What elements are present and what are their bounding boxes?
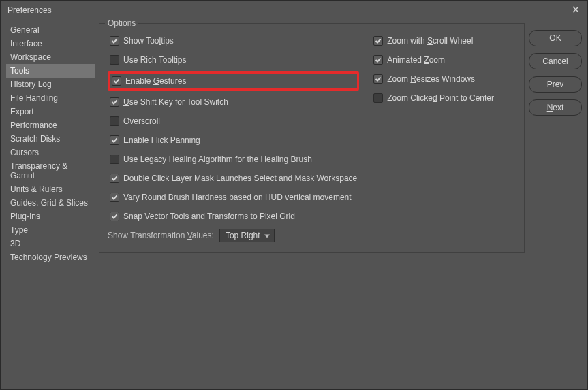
checkbox[interactable] <box>110 135 119 145</box>
sidebar-item-technology-previews[interactable]: Technology Previews <box>6 250 95 264</box>
checkbox[interactable] <box>110 55 119 65</box>
checkbox[interactable] <box>110 174 119 183</box>
sidebar-item-export[interactable]: Export <box>6 105 95 118</box>
sidebar-item-general[interactable]: General <box>6 23 95 37</box>
sidebar-item-transparency-gamut[interactable]: Transparency & Gamut <box>6 159 95 182</box>
options-columns: Show TooltipsUse Rich TooltipsEnable Ges… <box>108 33 516 224</box>
sidebar-item-plug-ins[interactable]: Plug-Ins <box>6 210 95 223</box>
checkbox[interactable] <box>110 155 119 164</box>
checkbox-label: Animated Zoom <box>387 54 445 66</box>
check-icon <box>111 99 118 105</box>
option-row[interactable]: Enable Flick Panning <box>108 133 359 148</box>
check-icon <box>111 175 118 182</box>
show-transform-values-row: Show Transformation Values: Top Right <box>108 229 275 242</box>
check-icon <box>111 137 118 144</box>
dialog-body: GeneralInterfaceWorkspaceToolsHistory Lo… <box>1 19 587 389</box>
option-row[interactable]: Zoom with Scroll Wheel <box>371 33 516 48</box>
sidebar-item-scratch-disks[interactable]: Scratch Disks <box>6 132 95 146</box>
next-button[interactable]: Next <box>529 99 582 116</box>
option-row[interactable]: Overscroll <box>108 114 359 129</box>
option-row[interactable]: Use Legacy Healing Algorithm for the Hea… <box>108 152 359 167</box>
check-icon <box>111 194 118 201</box>
titlebar: Preferences <box>1 1 587 19</box>
sidebar-item-type[interactable]: Type <box>6 223 95 237</box>
option-row[interactable]: Show Tooltips <box>108 33 359 48</box>
sidebar-item-performance[interactable]: Performance <box>6 118 95 132</box>
check-icon <box>375 76 382 82</box>
checkbox-label: Enable Flick Panning <box>123 134 200 146</box>
show-transform-values-selected: Top Right <box>226 231 260 240</box>
options-column-right: Zoom with Scroll WheelAnimated ZoomZoom … <box>371 33 516 224</box>
close-icon <box>572 6 579 13</box>
cancel-button[interactable]: Cancel <box>529 53 582 69</box>
check-icon <box>375 37 382 44</box>
sidebar-item-3d[interactable]: 3D <box>6 237 95 250</box>
show-transform-values-select[interactable]: Top Right <box>219 229 275 242</box>
checkbox-label: Vary Round Brush Hardness based on HUD v… <box>123 191 352 204</box>
sidebar-item-cursors[interactable]: Cursors <box>6 146 95 159</box>
option-row[interactable]: Double Click Layer Mask Launches Select … <box>108 171 359 186</box>
ok-button[interactable]: OK <box>529 30 582 46</box>
checkbox-label: Enable Gestures <box>125 75 186 87</box>
checkbox[interactable] <box>112 76 121 86</box>
dialog-buttons: OK Cancel Prev Next <box>529 23 582 384</box>
checkbox[interactable] <box>373 55 383 65</box>
checkbox-label: Snap Vector Tools and Transforms to Pixe… <box>123 210 295 223</box>
checkbox[interactable] <box>373 93 383 103</box>
option-row[interactable]: Snap Vector Tools and Transforms to Pixe… <box>108 209 359 224</box>
prev-button[interactable]: Prev <box>529 76 582 93</box>
option-row[interactable]: Zoom Clicked Point to Center <box>371 91 516 105</box>
checkbox-label: Double Click Layer Mask Launches Select … <box>123 172 357 184</box>
checkbox-label: Zoom Clicked Point to Center <box>387 92 494 104</box>
checkbox[interactable] <box>110 36 119 46</box>
sidebar-item-file-handling[interactable]: File Handling <box>6 91 95 105</box>
show-transform-values-label: Show Transformation Values: <box>108 231 214 240</box>
check-icon <box>113 78 120 84</box>
option-row[interactable]: Use Shift Key for Tool Switch <box>108 95 359 110</box>
check-icon <box>111 213 118 220</box>
option-row[interactable]: Use Rich Tooltips <box>108 52 359 67</box>
check-icon <box>375 56 382 63</box>
check-icon <box>111 37 118 44</box>
sidebar-item-history-log[interactable]: History Log <box>6 78 95 91</box>
option-row[interactable]: Enable Gestures <box>108 71 359 91</box>
sidebar-item-workspace[interactable]: Workspace <box>6 50 95 64</box>
checkbox[interactable] <box>110 193 119 202</box>
options-column-left: Show TooltipsUse Rich TooltipsEnable Ges… <box>108 33 359 224</box>
checkbox[interactable] <box>373 74 383 84</box>
option-row[interactable]: Vary Round Brush Hardness based on HUD v… <box>108 190 359 205</box>
window-title: Preferences <box>7 5 52 15</box>
checkbox[interactable] <box>110 116 119 126</box>
sidebar-item-tools[interactable]: Tools <box>6 64 95 78</box>
checkbox-label: Use Shift Key for Tool Switch <box>123 96 228 108</box>
checkbox-label: Overscroll <box>123 115 160 127</box>
option-row[interactable]: Animated Zoom <box>371 52 516 67</box>
options-group-label: Options <box>105 18 138 28</box>
checkbox[interactable] <box>110 212 119 221</box>
options-group: Options Show TooltipsUse Rich TooltipsEn… <box>99 23 525 253</box>
sidebar-item-interface[interactable]: Interface <box>6 37 95 50</box>
checkbox[interactable] <box>373 36 383 46</box>
sidebar: GeneralInterfaceWorkspaceToolsHistory Lo… <box>6 23 95 384</box>
main-panel: Options Show TooltipsUse Rich TooltipsEn… <box>99 23 525 384</box>
sidebar-item-guides-grid-slices[interactable]: Guides, Grid & Slices <box>6 196 95 210</box>
checkbox-label: Use Rich Tooltips <box>123 54 186 66</box>
option-row[interactable]: Zoom Resizes Windows <box>371 71 516 86</box>
close-button[interactable] <box>570 3 582 16</box>
checkbox[interactable] <box>110 97 119 107</box>
checkbox-label: Zoom with Scroll Wheel <box>387 35 473 47</box>
checkbox-label: Zoom Resizes Windows <box>387 73 475 85</box>
checkbox-label: Use Legacy Healing Algorithm for the Hea… <box>123 153 312 165</box>
sidebar-item-units-rulers[interactable]: Units & Rulers <box>6 182 95 196</box>
checkbox-label: Show Tooltips <box>123 35 174 47</box>
